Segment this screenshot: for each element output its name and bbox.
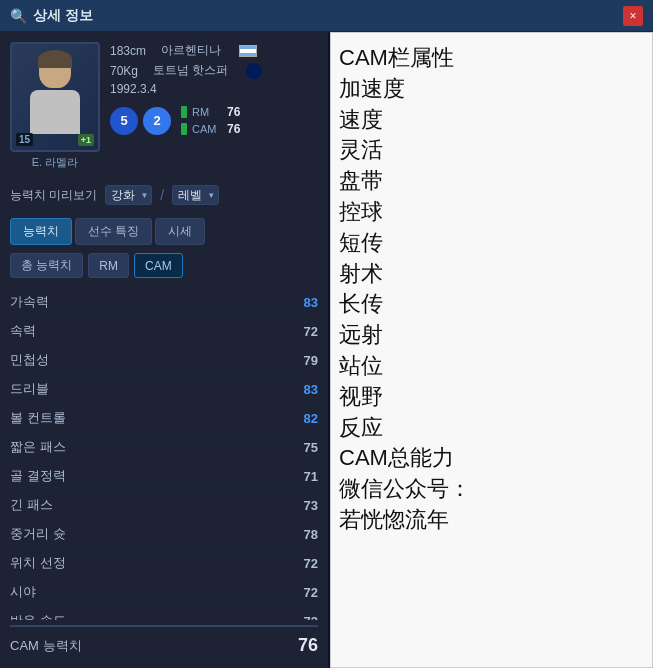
list-item: 加速度 [339,74,644,105]
stat-name: 드리블 [10,380,288,398]
search-icon: 🔍 [10,8,27,24]
stat-value: 72 [288,556,318,571]
list-item: 灵活 [339,135,644,166]
avatar-head [39,52,71,88]
cam-stat-label: CAM 능력치 [10,637,298,655]
close-button[interactable]: × [623,6,643,26]
pos-value-rm: 76 [227,105,240,119]
pos-label-cam: CAM [192,123,222,135]
stat-name: 긴 패스 [10,496,288,514]
list-item: 速度 [339,105,644,136]
position-stats: RM 76 CAM 76 [181,105,240,136]
level-select[interactable]: 레벨 [172,185,219,205]
pos-indicator-rm [181,106,187,118]
main-tabs: 능력치 선수 특징 시세 [10,218,318,245]
sub-tab-all[interactable]: 총 능력치 [10,253,83,278]
title-bar-left: 🔍 상세 정보 [10,7,93,25]
stat-value: 83 [288,382,318,397]
list-item: 长传 [339,289,644,320]
table-row: 긴 패스73 [10,491,318,520]
stat-name: 민첩성 [10,351,288,369]
list-item: 反应 [339,413,644,444]
stat-name: 반응 속도 [10,612,288,620]
avatar-plus: +1 [78,134,94,146]
list-item: 远射 [339,320,644,351]
stat-value: 78 [288,527,318,542]
list-item: 短传 [339,228,644,259]
list-item: 若恍惚流年 [339,505,644,536]
left-panel: 15 +1 E. 라멜라 183cm 아르헨티나 70Kg 토트넘 핫스퍼 [0,32,330,668]
table-row: 볼 컨트롤82 [10,404,318,433]
birthdate-row: 1992.3.4 [110,82,318,96]
player-number: 15 [16,133,33,146]
list-item: 微信公众号： [339,474,644,505]
stat-name: 중거리 슛 [10,525,288,543]
window-title: 상세 정보 [33,7,93,25]
sub-tab-rm[interactable]: RM [88,253,129,278]
level-select-wrapper[interactable]: 레벨 [172,185,219,205]
stat-name: 가속력 [10,293,288,311]
stat-name: 짧은 패스 [10,438,288,456]
cam-stat-value: 76 [298,635,318,656]
table-row: 시야72 [10,578,318,607]
list-item: 站位 [339,351,644,382]
player-height: 183cm [110,44,146,58]
club-icon [246,63,262,79]
badge-5: 5 [110,107,138,135]
stat-value: 82 [288,411,318,426]
player-name: E. 라멜라 [32,155,78,170]
stat-value: 72 [288,324,318,339]
divider-slash: / [160,187,164,203]
table-row: 위치 선정72 [10,549,318,578]
sub-tabs: 총 능력치 RM CAM [10,253,318,278]
rating-badges: 5 2 RM 76 CAM 76 [110,105,318,136]
player-weight: 70Kg [110,64,138,78]
strength-select[interactable]: 강화 [105,185,152,205]
avatar-silhouette [20,52,90,142]
player-birthdate: 1992.3.4 [110,82,157,96]
tab-traits[interactable]: 선수 특징 [75,218,152,245]
stat-value: 83 [288,295,318,310]
strength-select-wrapper[interactable]: 강화 [105,185,152,205]
list-item: CAM总能力 [339,443,644,474]
player-details: 183cm 아르헨티나 70Kg 토트넘 핫스퍼 1992.3.4 5 [110,42,318,170]
title-bar: 🔍 상세 정보 × [0,0,653,32]
weight-club-row: 70Kg 토트넘 핫스퍼 [110,62,318,79]
table-row: 반응 속도73 [10,607,318,620]
list-item: 控球 [339,197,644,228]
player-nationality: 아르헨티나 [161,42,221,59]
right-panel[interactable]: CAM栏属性加速度速度灵活盘带控球短传射术长传远射站位视野反应CAM总能力微信公… [330,32,653,668]
player-avatar: 15 +1 [10,42,100,152]
list-item: CAM栏属性 [339,43,644,74]
stat-name: 속력 [10,322,288,340]
pos-cam-row: CAM 76 [181,122,240,136]
right-panel-content: CAM栏属性加速度速度灵活盘带控球短传射术长传远射站位视野反应CAM总能力微信公… [339,43,644,536]
tab-market[interactable]: 시세 [155,218,205,245]
stat-value: 71 [288,469,318,484]
stat-name: 볼 컨트롤 [10,409,288,427]
badge-2: 2 [143,107,171,135]
stat-value: 73 [288,614,318,621]
stat-value: 75 [288,440,318,455]
tab-stats[interactable]: 능력치 [10,218,72,245]
table-row: 짧은 패스75 [10,433,318,462]
stat-value: 79 [288,353,318,368]
stat-name: 시야 [10,583,288,601]
pos-indicator-cam [181,123,187,135]
stats-list: 가속력83속력72민첩성79드리블83볼 컨트롤82짧은 패스75골 결정력71… [10,288,318,620]
table-row: 민첩성79 [10,346,318,375]
pos-rm-row: RM 76 [181,105,240,119]
sub-tab-cam[interactable]: CAM [134,253,183,278]
main-window: 🔍 상세 정보 × 15 +1 [0,0,653,668]
player-info: 15 +1 E. 라멜라 183cm 아르헨티나 70Kg 토트넘 핫스퍼 [10,42,318,170]
flag-argentina [239,45,257,57]
avatar-body [30,90,80,134]
preview-label: 능력치 미리보기 [10,187,97,204]
table-row: 골 결정력71 [10,462,318,491]
table-row: 속력72 [10,317,318,346]
height-nationality-row: 183cm 아르헨티나 [110,42,318,59]
list-item: 盘带 [339,166,644,197]
content-area: 15 +1 E. 라멜라 183cm 아르헨티나 70Kg 토트넘 핫스퍼 [0,32,653,668]
stat-name: 골 결정력 [10,467,288,485]
list-item: 射术 [339,259,644,290]
